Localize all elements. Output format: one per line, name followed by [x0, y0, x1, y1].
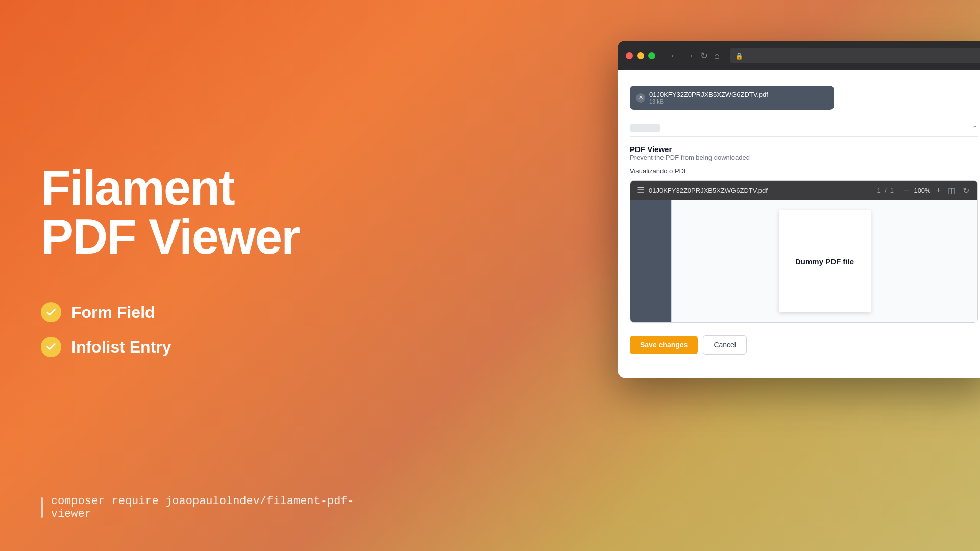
traffic-light-green[interactable]	[648, 52, 655, 59]
pdf-zoom-level: 100%	[914, 187, 930, 194]
nav-refresh-button[interactable]: ↻	[700, 50, 708, 61]
feature-list: Form Field Infolist Entry	[41, 302, 327, 357]
divider	[41, 497, 43, 518]
pdf-download-button[interactable]: ◫	[946, 185, 958, 196]
pdf-main-panel: Dummy PDF file	[671, 200, 977, 322]
nav-home-button[interactable]: ⌂	[714, 51, 720, 61]
browser-window: ← → ↻ ⌂ 🔒 ✕ 01J0KFY32Z0PRJXB5XZWG6ZDTV.p…	[618, 41, 980, 378]
traffic-light-red[interactable]	[626, 52, 633, 59]
left-panel: Filament PDF Viewer Form Field Infolist …	[0, 0, 368, 551]
file-size: 13 kB	[649, 98, 828, 105]
pdf-menu-button[interactable]: ☰	[636, 185, 645, 196]
file-info: 01J0KFY32Z0PRJXB5XZWG6ZDTV.pdf 13 kB	[649, 91, 828, 105]
pdf-viewer-container: ☰ 01J0KFY32Z0PRJXB5XZWG6ZDTV.pdf 1 / 1 −…	[630, 180, 978, 323]
save-changes-button[interactable]: Save changes	[630, 336, 698, 354]
pdf-refresh-button[interactable]: ↻	[961, 185, 971, 196]
checkmark-icon	[41, 302, 61, 322]
traffic-lights	[626, 52, 655, 59]
file-name: 01J0KFY32Z0PRJXB5XZWG6ZDTV.pdf	[649, 91, 828, 98]
chevron-up-icon[interactable]: ⌃	[972, 124, 978, 132]
lock-icon: 🔒	[735, 52, 743, 60]
collapsed-section: ⌃	[630, 120, 978, 137]
checkmark-icon-2	[41, 337, 61, 357]
viewing-label: Visualizando o PDF	[630, 167, 978, 175]
pdf-page: Dummy PDF file	[779, 210, 871, 312]
pdf-page-content: Dummy PDF file	[795, 257, 854, 266]
feature-item-infolist: Infolist Entry	[41, 337, 327, 357]
pdf-page-info: 1 / 1	[877, 187, 894, 194]
pdf-sidebar-panel	[630, 200, 671, 322]
nav-back-button[interactable]: ←	[670, 51, 679, 61]
pdf-zoom-in-button[interactable]: +	[934, 185, 943, 196]
composer-command-text: composer require joaopaulolndev/filament…	[51, 495, 368, 520]
feature-item-form-field: Form Field	[41, 302, 327, 322]
cancel-button[interactable]: Cancel	[703, 335, 747, 355]
pdf-controls: − 100% + ◫ ↻	[902, 185, 971, 196]
composer-command: composer require joaopaulolndev/filament…	[41, 495, 368, 520]
section-title: PDF Viewer	[630, 145, 978, 154]
pdf-body: Dummy PDF file	[630, 200, 977, 322]
pdf-toolbar: ☰ 01J0KFY32Z0PRJXB5XZWG6ZDTV.pdf 1 / 1 −…	[630, 181, 977, 200]
feature-label-form-field: Form Field	[71, 303, 155, 322]
address-bar[interactable]: 🔒	[730, 48, 980, 63]
section-description: Prevent the PDF from being downloaded	[630, 154, 978, 161]
traffic-light-yellow[interactable]	[637, 52, 644, 59]
file-upload-area: ✕ 01J0KFY32Z0PRJXB5XZWG6ZDTV.pdf 13 kB	[630, 86, 834, 110]
collapsed-placeholder	[630, 124, 660, 132]
feature-label-infolist: Infolist Entry	[71, 338, 172, 357]
file-remove-button[interactable]: ✕	[636, 93, 645, 103]
main-title: Filament PDF Viewer	[41, 163, 327, 261]
action-buttons: Save changes Cancel	[630, 335, 978, 355]
browser-chrome: ← → ↻ ⌂ 🔒	[618, 41, 980, 70]
browser-content: ✕ 01J0KFY32Z0PRJXB5XZWG6ZDTV.pdf 13 kB ⌃…	[618, 70, 980, 378]
browser-nav: ← → ↻ ⌂	[670, 50, 720, 61]
pdf-zoom-out-button[interactable]: −	[902, 185, 911, 196]
pdf-viewer-section-header: PDF Viewer Prevent the PDF from being do…	[630, 145, 978, 161]
nav-forward-button[interactable]: →	[685, 51, 694, 61]
pdf-toolbar-filename: 01J0KFY32Z0PRJXB5XZWG6ZDTV.pdf	[649, 187, 873, 194]
